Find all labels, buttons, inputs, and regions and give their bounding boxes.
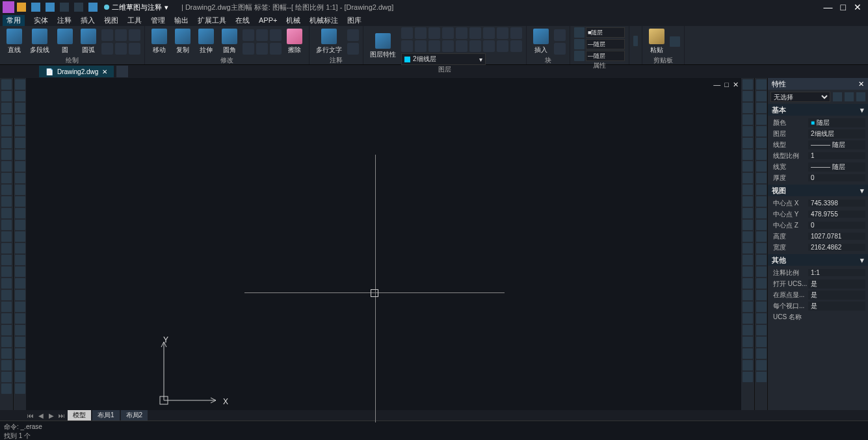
tool-icon[interactable]	[15, 208, 25, 218]
tool-icon[interactable]	[15, 138, 25, 148]
layout1-tab[interactable]: 布局1	[92, 410, 120, 421]
prop-value-cz[interactable]: 0	[808, 222, 865, 229]
tab-nav-next[interactable]: ▶	[47, 412, 56, 419]
prop-value-annoscale[interactable]: 1:1	[808, 269, 865, 276]
tool-icon[interactable]	[1, 325, 12, 335]
layer-state-icons[interactable]	[401, 27, 522, 39]
tool-icon[interactable]	[1, 360, 12, 370]
tool-icon[interactable]	[15, 313, 25, 324]
prop-value-cx[interactable]: 745.3398	[808, 200, 865, 207]
new-tab-button[interactable]	[116, 66, 128, 77]
tool-icon[interactable]	[756, 255, 767, 265]
pickadd-icon[interactable]	[845, 92, 854, 101]
tool-icon[interactable]	[756, 243, 767, 253]
tool-icon[interactable]	[1, 313, 12, 324]
select-icon[interactable]	[856, 92, 865, 101]
tool-icon[interactable]	[1, 220, 12, 230]
tab-manage[interactable]: 管理	[151, 16, 165, 25]
tool-icon[interactable]	[15, 79, 25, 90]
workspace-selector[interactable]: 二维草图与注释 ▾	[104, 3, 168, 12]
tool-icon[interactable]	[15, 161, 25, 172]
tool-icon[interactable]	[743, 266, 753, 277]
close-button[interactable]: ✕	[854, 2, 861, 12]
tool-icon[interactable]	[756, 126, 767, 136]
paste-button[interactable]: 粘贴	[646, 27, 667, 56]
stretch-button[interactable]: 拉伸	[196, 27, 217, 56]
tool-icon[interactable]	[743, 138, 753, 148]
tool-icon[interactable]	[1, 91, 12, 101]
prop-value-ltype[interactable]: ——— 随层	[808, 140, 865, 149]
line-button[interactable]: 直线	[4, 27, 25, 56]
polyline-button[interactable]: 多段线	[27, 27, 52, 56]
tool-icon[interactable]	[756, 91, 767, 101]
tool-icon[interactable]	[756, 161, 767, 172]
tool-icon[interactable]	[1, 185, 12, 195]
cut-icon[interactable]	[670, 36, 680, 47]
prop-value-thick[interactable]: 0	[808, 174, 865, 181]
tool-icon[interactable]	[15, 231, 25, 242]
move-button[interactable]: 移动	[149, 27, 170, 56]
layerprops-button[interactable]: 图层特性	[367, 32, 399, 60]
util-icon[interactable]	[633, 36, 638, 46]
tool-icon[interactable]	[756, 231, 767, 242]
tab-nav-prev[interactable]: ◀	[36, 412, 46, 419]
tool-icon[interactable]	[743, 243, 753, 253]
tool-icon[interactable]	[15, 290, 25, 300]
tool-icon[interactable]	[756, 185, 767, 195]
tool-icon[interactable]	[743, 173, 753, 183]
doc-restore-icon[interactable]: □	[724, 81, 729, 89]
tool-icon[interactable]	[15, 126, 25, 136]
panel-close-icon[interactable]: ✕	[858, 80, 864, 88]
model-tab[interactable]: 模型	[68, 410, 91, 421]
tool-icon[interactable]	[1, 337, 12, 347]
tab-online[interactable]: 在线	[235, 16, 250, 25]
undo-icon[interactable]	[60, 3, 69, 12]
selection-filter[interactable]: 无选择	[770, 92, 830, 102]
tool-icon[interactable]	[1, 278, 12, 289]
tool-icon[interactable]	[1, 231, 12, 242]
prop-value-lweight[interactable]: ——— 随层	[808, 162, 865, 172]
tool-icon[interactable]	[1, 173, 12, 183]
tool-icon[interactable]	[743, 91, 753, 101]
tool-icon[interactable]	[15, 278, 25, 289]
tool-icon[interactable]	[743, 196, 753, 207]
tool-icon[interactable]	[743, 278, 753, 289]
layout2-tab[interactable]: 布局2	[121, 410, 148, 421]
color-selector[interactable]: ■ 随层	[586, 27, 625, 38]
tool-icon[interactable]	[756, 114, 767, 125]
tool-icon[interactable]	[1, 383, 12, 394]
circle-button[interactable]: 圆	[55, 27, 75, 56]
tool-icon[interactable]	[1, 161, 12, 172]
insert-button[interactable]: 插入	[531, 27, 551, 56]
tab-lib[interactable]: 图库	[347, 16, 362, 25]
annot-small-tools[interactable]	[347, 29, 359, 55]
tool-icon[interactable]	[1, 79, 12, 90]
tool-icon[interactable]	[15, 337, 25, 347]
tool-icon[interactable]	[1, 255, 12, 265]
tool-icon[interactable]	[1, 114, 12, 125]
drawing-canvas[interactable]: —□✕ Y X	[26, 78, 741, 410]
tool-icon[interactable]	[743, 161, 753, 172]
tool-icon[interactable]	[15, 173, 25, 183]
tool-icon[interactable]	[743, 114, 753, 125]
block-small[interactable]	[554, 29, 566, 55]
tool-icon[interactable]	[743, 255, 753, 265]
tool-icon[interactable]	[15, 103, 25, 113]
layer-state-icons2[interactable]	[401, 40, 522, 52]
tool-icon[interactable]	[15, 185, 25, 195]
tab-ext[interactable]: 扩展工具	[198, 16, 226, 25]
tool-icon[interactable]	[1, 266, 12, 277]
tool-icon[interactable]	[756, 103, 767, 113]
tool-icon[interactable]	[756, 302, 767, 312]
section-other[interactable]: 其他▾	[768, 254, 868, 266]
tool-icon[interactable]	[1, 348, 12, 359]
doc-close-icon[interactable]: ✕	[733, 81, 739, 89]
prop-value-origin[interactable]: 是	[808, 291, 865, 300]
tool-icon[interactable]	[1, 290, 12, 300]
erase-button[interactable]: 擦除	[284, 27, 305, 56]
tool-icon[interactable]	[756, 372, 767, 382]
tool-icon[interactable]	[1, 196, 12, 207]
tool-icon[interactable]	[15, 91, 25, 101]
tool-icon[interactable]	[756, 325, 767, 335]
print-icon[interactable]	[88, 3, 98, 12]
